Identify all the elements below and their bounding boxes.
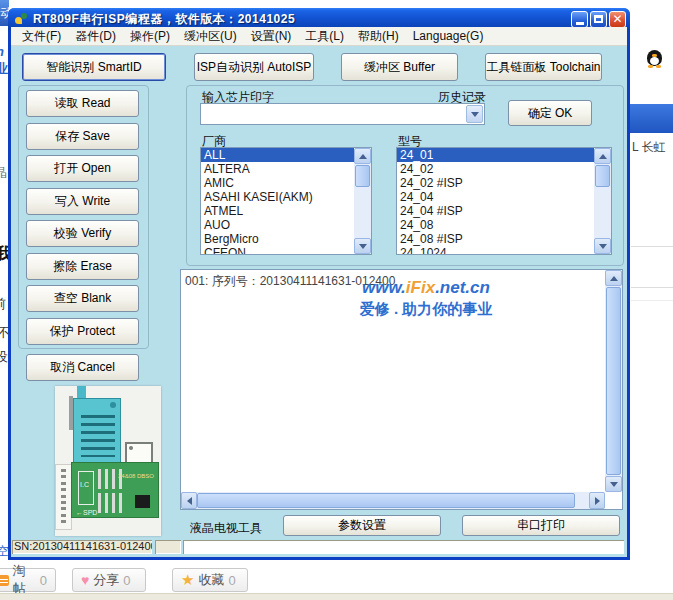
vendor-item[interactable]: ALTERA xyxy=(201,162,354,176)
ok-button[interactable]: 确定 OK xyxy=(508,100,592,126)
verify-button[interactable]: 校验 Verify xyxy=(26,220,139,247)
erase-button[interactable]: 擦除 Erase xyxy=(26,253,139,280)
arrow-up-icon xyxy=(359,154,367,159)
blank-button[interactable]: 查空 Blank xyxy=(26,285,139,312)
menu-help[interactable]: 帮助(H) xyxy=(351,28,406,45)
scroll-up-button[interactable] xyxy=(354,148,371,164)
smart-id-button[interactable]: 智能识别 SmartID xyxy=(22,53,166,81)
scroll-down-button[interactable] xyxy=(594,238,611,254)
log-hscrollbar[interactable] xyxy=(181,492,605,509)
scroll-thumb[interactable] xyxy=(595,165,610,187)
vendor-item[interactable]: ALL xyxy=(201,148,354,162)
param-settings-button[interactable]: 参数设置 xyxy=(283,515,441,536)
bg-fragment: 晶 xyxy=(0,164,7,182)
menu-file[interactable]: 文件(F) xyxy=(15,28,68,45)
model-item[interactable]: 24_01 xyxy=(397,148,594,162)
divider xyxy=(631,246,673,247)
arrow-down-icon xyxy=(359,244,367,249)
vendor-item[interactable]: ATMEL xyxy=(201,204,354,218)
bg-fragment: n xyxy=(0,44,4,59)
scroll-right-button[interactable] xyxy=(589,492,605,509)
model-scrollbar[interactable] xyxy=(594,148,611,254)
model-item[interactable]: 24_02 #ISP xyxy=(397,176,594,190)
menu-bar: 文件(F) 器件(D) 操作(P) 缓冲区(U) 设置(N) 工具(L) 帮助(… xyxy=(11,27,627,46)
chip-combo[interactable] xyxy=(200,103,485,125)
scroll-thumb[interactable] xyxy=(355,165,370,187)
menu-language[interactable]: Language(G) xyxy=(406,29,491,43)
bg-blue-bar xyxy=(630,104,673,133)
scroll-thumb[interactable] xyxy=(197,493,575,508)
toolchain-button[interactable]: 工具链面板 Toolchain xyxy=(485,53,602,81)
menu-device[interactable]: 器件(D) xyxy=(68,28,123,45)
watermark-www: www. xyxy=(362,278,406,297)
scroll-down-button[interactable] xyxy=(354,238,371,254)
log-vscrollbar[interactable] xyxy=(605,270,622,492)
maximize-button[interactable] xyxy=(590,11,607,28)
qq-penguin-icon xyxy=(647,50,662,68)
model-item[interactable]: 24_1024 xyxy=(397,246,594,255)
vendor-scrollbar[interactable] xyxy=(354,148,371,254)
combo-dropdown-button[interactable] xyxy=(466,105,483,123)
close-icon: ✕ xyxy=(612,13,622,25)
desktop-page: n 业 动 晶 我 前 不 设 空 L 长虹 淘帖 0 ♥ 分享 0 ★ 收藏 … xyxy=(0,0,673,600)
open-button[interactable]: 打开 Open xyxy=(26,155,139,182)
auto-isp-button[interactable]: ISP自动识别 AutoISP xyxy=(194,53,314,81)
model-item[interactable]: 24_04 #ISP xyxy=(397,204,594,218)
pcb-ic-label: I.C xyxy=(80,481,89,488)
window-title: RT809F串行ISP编程器，软件版本：20141025 xyxy=(33,11,571,28)
model-listbox[interactable]: 24_01 24_02 24_02 #ISP 24_04 24_04 #ISP … xyxy=(396,147,612,255)
heart-icon: ♥ xyxy=(81,572,89,588)
minimize-icon xyxy=(576,22,584,25)
share-label: 分享 xyxy=(93,571,119,589)
vendor-item[interactable]: AMIC xyxy=(201,176,354,190)
buffer-button[interactable]: 缓冲区 Buffer xyxy=(341,53,458,81)
folder-icon xyxy=(0,575,9,586)
menu-tools[interactable]: 工具(L) xyxy=(298,28,351,45)
minimize-button[interactable] xyxy=(571,11,588,28)
model-item[interactable]: 24_04 xyxy=(397,190,594,204)
vendor-listbox[interactable]: ALL ALTERA AMIC ASAHI KASEI(AKM) ATMEL A… xyxy=(200,147,372,255)
star-icon: ★ xyxy=(181,571,194,589)
menu-buffer[interactable]: 缓冲区(U) xyxy=(177,28,244,45)
watermark-ifix: iFix xyxy=(406,278,435,297)
model-item[interactable]: 24_02 xyxy=(397,162,594,176)
close-button[interactable]: ✕ xyxy=(609,11,626,28)
menu-settings[interactable]: 设置(N) xyxy=(244,28,299,45)
model-item[interactable]: 24_08 #ISP xyxy=(397,232,594,246)
save-button[interactable]: 保存 Save xyxy=(26,123,139,150)
write-button[interactable]: 写入 Write xyxy=(26,188,139,215)
share-button[interactable]: ♥ 分享 0 xyxy=(72,568,146,592)
scroll-up-button[interactable] xyxy=(594,148,611,164)
status-field[interactable] xyxy=(183,540,624,554)
taotie-button[interactable]: 淘帖 0 xyxy=(0,568,56,592)
scroll-down-button[interactable] xyxy=(605,476,622,492)
arrow-left-icon xyxy=(187,497,192,505)
scroll-left-button[interactable] xyxy=(181,492,197,509)
bg-brand-text: L 长虹 xyxy=(632,139,666,156)
programmer-window: RT809F串行ISP编程器，软件版本：20141025 ✕ 文件(F) 器件(… xyxy=(8,8,630,560)
favorite-button[interactable]: ★ 收藏 0 xyxy=(172,568,248,592)
pin-connector xyxy=(55,464,72,530)
scroll-thumb[interactable] xyxy=(606,287,621,475)
pcb-code-label: 24&08 DBSO xyxy=(118,473,154,479)
scroll-up-button[interactable] xyxy=(605,270,622,286)
vendor-item[interactable]: AUO xyxy=(201,218,354,232)
read-button[interactable]: 读取 Read xyxy=(26,90,139,117)
vendor-item[interactable]: BergMicro xyxy=(201,232,354,246)
favorite-label: 收藏 xyxy=(198,571,224,589)
cancel-button[interactable]: 取消 Cancel xyxy=(26,354,139,381)
protect-button[interactable]: 保护 Protect xyxy=(26,318,139,345)
serial-print-button[interactable]: 串口打印 xyxy=(462,515,620,536)
menu-operation[interactable]: 操作(P) xyxy=(123,28,177,45)
app-icon xyxy=(14,12,29,27)
green-pcb: I.C 24&08 DBSO ←SPD xyxy=(71,462,159,518)
log-area[interactable]: 001: 序列号：20130411141631-012400 www.iFix.… xyxy=(180,269,623,510)
vendor-item[interactable]: ASAHI KASEI(AKM) xyxy=(201,190,354,204)
watermark-slogan: 爱修 . 助力你的事业 xyxy=(276,300,576,319)
arrow-right-icon xyxy=(595,497,600,505)
arrow-up-icon xyxy=(610,276,618,281)
vendor-item[interactable]: CFEON xyxy=(201,246,354,255)
watermark: www.iFix.net.cn 爱修 . 助力你的事业 xyxy=(276,278,576,319)
share-count: 0 xyxy=(123,573,130,588)
model-item[interactable]: 24_08 xyxy=(397,218,594,232)
